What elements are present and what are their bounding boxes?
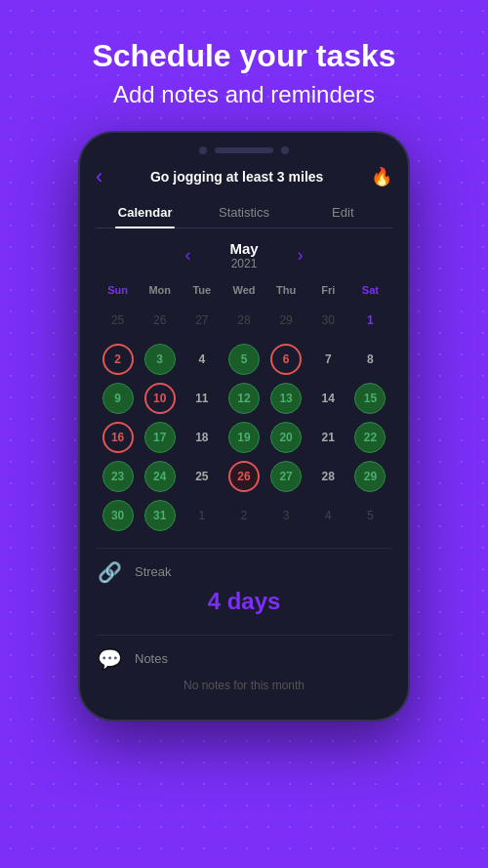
calendar-cell[interactable]: 15	[350, 380, 390, 417]
streak-row: 🔗 Streak	[96, 560, 392, 584]
calendar-row: 23242526272829	[98, 458, 390, 495]
day-number: 4	[312, 500, 344, 531]
tab-edit[interactable]: Edit	[294, 197, 392, 227]
calendar-cell[interactable]: 28	[308, 458, 348, 495]
calendar-cell[interactable]: 6	[266, 341, 306, 378]
calendar-cell[interactable]: 4	[308, 497, 348, 534]
tab-calendar[interactable]: Calendar	[96, 197, 194, 227]
day-number: 17	[144, 422, 176, 453]
day-number: 29	[270, 305, 302, 336]
day-number: 25	[102, 305, 134, 336]
calendar-cell[interactable]: 2	[224, 497, 264, 534]
day-number: 5	[354, 500, 386, 531]
calendar-cell[interactable]: 5	[224, 341, 264, 378]
calendar-cell[interactable]: 9	[98, 380, 138, 417]
day-number: 21	[312, 422, 344, 453]
calendar-next-button[interactable]: ›	[298, 245, 304, 266]
calendar-cell[interactable]: 16	[98, 419, 138, 456]
top-bar: ‹ Go jogging at least 3 miles 🔥	[96, 164, 392, 189]
calendar-cell[interactable]: 27	[266, 458, 306, 495]
calendar-cell[interactable]: 11	[182, 380, 222, 417]
calendar-prev-button[interactable]: ‹	[184, 245, 190, 266]
day-number: 30	[312, 305, 344, 336]
calendar-cell[interactable]: 17	[140, 419, 180, 456]
day-number: 1	[354, 305, 386, 336]
calendar-cell[interactable]: 13	[266, 380, 306, 417]
calendar-cell[interactable]: 4	[182, 341, 222, 378]
calendar-cell[interactable]: 22	[350, 419, 390, 456]
calendar-cell[interactable]: 30	[98, 497, 138, 534]
day-number: 9	[102, 383, 134, 414]
calendar-weekday-row: Sun Mon Tue Wed Thu Fri Sat	[98, 280, 390, 300]
tab-statistics[interactable]: Statistics	[194, 197, 293, 227]
calendar-cell[interactable]: 5	[350, 497, 390, 534]
calendar-cell[interactable]: 31	[140, 497, 180, 534]
header-title-line2: Add notes and reminders	[20, 78, 468, 111]
calendar-cell[interactable]: 26	[140, 302, 180, 339]
calendar-cell[interactable]: 1	[182, 497, 222, 534]
speaker-bar	[215, 147, 273, 153]
day-number: 7	[312, 344, 344, 375]
calendar-row: 9101112131415	[98, 380, 390, 417]
calendar-month: May	[229, 240, 258, 257]
calendar-cell[interactable]: 24	[140, 458, 180, 495]
calendar-cell[interactable]: 19	[224, 419, 264, 456]
day-number: 6	[270, 344, 302, 375]
calendar-cell[interactable]: 20	[266, 419, 306, 456]
tab-bar: Calendar Statistics Edit	[96, 197, 392, 228]
calendar-cell[interactable]: 1	[350, 302, 390, 339]
calendar-grid: Sun Mon Tue Wed Thu Fri Sat 252627282930…	[96, 278, 392, 536]
back-button[interactable]: ‹	[96, 164, 102, 189]
notes-empty-message: No notes for this month	[96, 671, 392, 696]
day-number: 25	[186, 461, 218, 492]
calendar-cell[interactable]: 29	[350, 458, 390, 495]
calendar-cell[interactable]: 8	[350, 341, 390, 378]
task-title: Go jogging at least 3 miles	[102, 169, 371, 185]
calendar-cell[interactable]: 25	[182, 458, 222, 495]
calendar-cell[interactable]: 3	[266, 497, 306, 534]
day-number: 11	[186, 383, 218, 414]
streak-value: 4 days	[96, 584, 392, 623]
day-number: 22	[354, 422, 386, 453]
day-number: 27	[270, 461, 302, 492]
calendar-cell[interactable]: 2	[98, 341, 138, 378]
day-number: 23	[102, 461, 134, 492]
weekday-wed: Wed	[224, 280, 264, 300]
calendar-cell[interactable]: 28	[224, 302, 264, 339]
calendar-row: 16171819202122	[98, 419, 390, 456]
notes-row: 💬 Notes	[96, 647, 392, 671]
calendar-cell[interactable]: 3	[140, 341, 180, 378]
day-number: 14	[312, 383, 344, 414]
day-number: 30	[102, 500, 134, 531]
header-title-line1: Schedule your tasks	[20, 37, 468, 74]
calendar-cell[interactable]: 12	[224, 380, 264, 417]
calendar-cell[interactable]: 21	[308, 419, 348, 456]
calendar-cell[interactable]: 29	[266, 302, 306, 339]
calendar-cell[interactable]: 27	[182, 302, 222, 339]
day-number: 27	[186, 305, 218, 336]
calendar-cell[interactable]: 25	[98, 302, 138, 339]
weekday-fri: Fri	[308, 280, 348, 300]
day-number: 2	[102, 344, 134, 375]
calendar-cell[interactable]: 23	[98, 458, 138, 495]
day-number: 1	[186, 500, 218, 531]
notes-label: Notes	[135, 651, 168, 666]
streak-section: 🔗 Streak 4 days	[96, 548, 392, 623]
phone-mockup: ‹ Go jogging at least 3 miles 🔥 Calendar…	[78, 131, 410, 722]
calendar-cell[interactable]: 7	[308, 341, 348, 378]
weekday-thu: Thu	[266, 280, 306, 300]
calendar-cell[interactable]: 14	[308, 380, 348, 417]
weekday-mon: Mon	[140, 280, 180, 300]
day-number: 12	[228, 383, 260, 414]
day-number: 29	[354, 461, 386, 492]
calendar-cell[interactable]: 18	[182, 419, 222, 456]
phone-top-bar	[80, 146, 408, 154]
flame-icon: 🔥	[371, 166, 392, 187]
camera-dot-left	[199, 146, 207, 154]
day-number: 28	[228, 305, 260, 336]
day-number: 26	[144, 305, 176, 336]
calendar-cell[interactable]: 30	[308, 302, 348, 339]
calendar-cell[interactable]: 10	[140, 380, 180, 417]
day-number: 18	[186, 422, 218, 453]
calendar-cell[interactable]: 26	[224, 458, 264, 495]
